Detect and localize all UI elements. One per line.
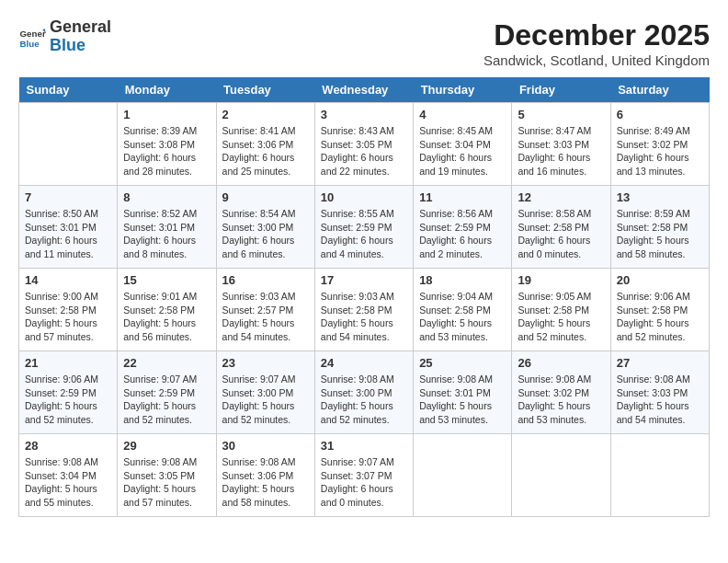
calendar-day-cell: [19, 103, 118, 186]
calendar-week-row: 14Sunrise: 9:00 AM Sunset: 2:58 PM Dayli…: [19, 269, 710, 351]
day-info: Sunrise: 9:08 AM Sunset: 3:03 PM Dayligh…: [617, 373, 703, 427]
day-number: 24: [321, 356, 407, 370]
calendar-day-cell: 7Sunrise: 8:50 AM Sunset: 3:01 PM Daylig…: [19, 186, 118, 269]
day-number: 4: [419, 108, 506, 121]
day-info: Sunrise: 9:03 AM Sunset: 2:58 PM Dayligh…: [321, 290, 407, 344]
calendar-week-row: 28Sunrise: 9:08 AM Sunset: 3:04 PM Dayli…: [19, 434, 710, 517]
logo-blue-text: Blue: [50, 37, 111, 55]
day-info: Sunrise: 9:08 AM Sunset: 3:04 PM Dayligh…: [25, 455, 111, 510]
weekday-header: Tuesday: [216, 77, 314, 103]
calendar-day-cell: 1Sunrise: 8:39 AM Sunset: 3:08 PM Daylig…: [118, 103, 216, 186]
calendar-day-cell: 19Sunrise: 9:05 AM Sunset: 2:58 PM Dayli…: [512, 269, 610, 351]
calendar-day-cell: 8Sunrise: 8:52 AM Sunset: 3:01 PM Daylig…: [118, 186, 216, 269]
day-info: Sunrise: 9:04 AM Sunset: 2:58 PM Dayligh…: [419, 290, 506, 344]
day-number: 15: [123, 273, 210, 287]
page-header: General Blue General Blue December 2025 …: [18, 18, 710, 68]
day-number: 8: [123, 190, 210, 204]
day-info: Sunrise: 9:08 AM Sunset: 3:00 PM Dayligh…: [321, 373, 407, 427]
calendar-header-row: SundayMondayTuesdayWednesdayThursdayFrid…: [19, 77, 710, 103]
day-info: Sunrise: 8:43 AM Sunset: 3:05 PM Dayligh…: [321, 124, 407, 178]
svg-text:General: General: [20, 29, 47, 39]
day-number: 23: [222, 356, 309, 370]
day-info: Sunrise: 9:08 AM Sunset: 3:06 PM Dayligh…: [222, 455, 309, 510]
day-number: 18: [419, 273, 506, 287]
calendar-day-cell: 18Sunrise: 9:04 AM Sunset: 2:58 PM Dayli…: [414, 269, 512, 351]
day-number: 25: [419, 356, 506, 370]
day-info: Sunrise: 9:07 AM Sunset: 3:00 PM Dayligh…: [222, 373, 309, 427]
day-number: 7: [25, 190, 111, 204]
day-info: Sunrise: 9:07 AM Sunset: 2:59 PM Dayligh…: [123, 373, 210, 427]
day-info: Sunrise: 9:00 AM Sunset: 2:58 PM Dayligh…: [25, 290, 111, 344]
day-number: 9: [222, 190, 309, 204]
calendar-day-cell: 5Sunrise: 8:47 AM Sunset: 3:03 PM Daylig…: [512, 103, 610, 186]
calendar-day-cell: 10Sunrise: 8:55 AM Sunset: 2:59 PM Dayli…: [314, 186, 413, 269]
day-number: 5: [518, 108, 604, 121]
day-number: 20: [617, 273, 703, 287]
day-number: 10: [321, 190, 407, 204]
day-info: Sunrise: 8:58 AM Sunset: 2:58 PM Dayligh…: [518, 207, 604, 261]
day-info: Sunrise: 8:39 AM Sunset: 3:08 PM Dayligh…: [123, 124, 210, 178]
day-info: Sunrise: 8:50 AM Sunset: 3:01 PM Dayligh…: [25, 207, 111, 261]
day-info: Sunrise: 8:45 AM Sunset: 3:04 PM Dayligh…: [419, 124, 506, 178]
day-info: Sunrise: 9:07 AM Sunset: 3:07 PM Dayligh…: [321, 455, 407, 510]
day-number: 13: [617, 190, 703, 204]
day-info: Sunrise: 8:54 AM Sunset: 3:00 PM Dayligh…: [222, 207, 309, 261]
weekday-header: Friday: [512, 77, 610, 103]
month-title: December 2025: [483, 18, 710, 52]
calendar-week-row: 7Sunrise: 8:50 AM Sunset: 3:01 PM Daylig…: [19, 186, 710, 269]
weekday-header: Sunday: [19, 77, 118, 103]
calendar-day-cell: 22Sunrise: 9:07 AM Sunset: 2:59 PM Dayli…: [118, 351, 216, 434]
day-info: Sunrise: 9:08 AM Sunset: 3:02 PM Dayligh…: [518, 373, 604, 427]
calendar-week-row: 21Sunrise: 9:06 AM Sunset: 2:59 PM Dayli…: [19, 351, 710, 434]
calendar-week-row: 1Sunrise: 8:39 AM Sunset: 3:08 PM Daylig…: [19, 103, 710, 186]
day-number: 31: [321, 439, 407, 453]
logo: General Blue General Blue: [18, 18, 111, 55]
day-number: 30: [222, 439, 309, 453]
calendar-day-cell: 29Sunrise: 9:08 AM Sunset: 3:05 PM Dayli…: [118, 434, 216, 517]
day-info: Sunrise: 8:56 AM Sunset: 2:59 PM Dayligh…: [419, 207, 506, 261]
day-info: Sunrise: 8:49 AM Sunset: 3:02 PM Dayligh…: [617, 124, 703, 178]
day-number: 17: [321, 273, 407, 287]
weekday-header: Wednesday: [314, 77, 413, 103]
day-number: 28: [25, 439, 111, 453]
day-info: Sunrise: 8:59 AM Sunset: 2:58 PM Dayligh…: [617, 207, 703, 261]
calendar-day-cell: [414, 434, 512, 517]
day-number: 19: [518, 273, 604, 287]
day-info: Sunrise: 9:03 AM Sunset: 2:57 PM Dayligh…: [222, 290, 309, 344]
day-number: 12: [518, 190, 604, 204]
day-info: Sunrise: 8:55 AM Sunset: 2:59 PM Dayligh…: [321, 207, 407, 261]
location: Sandwick, Scotland, United Kingdom: [483, 52, 710, 68]
day-number: 14: [25, 273, 111, 287]
day-number: 16: [222, 273, 309, 287]
calendar-day-cell: 2Sunrise: 8:41 AM Sunset: 3:06 PM Daylig…: [216, 103, 314, 186]
calendar-day-cell: 3Sunrise: 8:43 AM Sunset: 3:05 PM Daylig…: [314, 103, 413, 186]
calendar-table: SundayMondayTuesdayWednesdayThursdayFrid…: [18, 77, 710, 517]
day-info: Sunrise: 8:47 AM Sunset: 3:03 PM Dayligh…: [518, 124, 604, 178]
calendar-day-cell: [610, 434, 709, 517]
day-number: 29: [123, 439, 210, 453]
day-number: 21: [25, 356, 111, 370]
calendar-day-cell: 20Sunrise: 9:06 AM Sunset: 2:58 PM Dayli…: [610, 269, 709, 351]
day-number: 22: [123, 356, 210, 370]
day-info: Sunrise: 8:41 AM Sunset: 3:06 PM Dayligh…: [222, 124, 309, 178]
weekday-header: Monday: [118, 77, 216, 103]
day-number: 11: [419, 190, 506, 204]
day-info: Sunrise: 9:06 AM Sunset: 2:58 PM Dayligh…: [617, 290, 703, 344]
calendar-day-cell: 31Sunrise: 9:07 AM Sunset: 3:07 PM Dayli…: [314, 434, 413, 517]
calendar-day-cell: 24Sunrise: 9:08 AM Sunset: 3:00 PM Dayli…: [314, 351, 413, 434]
day-number: 6: [617, 108, 703, 121]
calendar-day-cell: 9Sunrise: 8:54 AM Sunset: 3:00 PM Daylig…: [216, 186, 314, 269]
day-info: Sunrise: 9:06 AM Sunset: 2:59 PM Dayligh…: [25, 373, 111, 427]
calendar-day-cell: 28Sunrise: 9:08 AM Sunset: 3:04 PM Dayli…: [19, 434, 118, 517]
weekday-header: Thursday: [414, 77, 512, 103]
calendar-day-cell: 4Sunrise: 8:45 AM Sunset: 3:04 PM Daylig…: [414, 103, 512, 186]
logo-icon: General Blue: [18, 23, 46, 51]
day-info: Sunrise: 8:52 AM Sunset: 3:01 PM Dayligh…: [123, 207, 210, 261]
day-info: Sunrise: 9:05 AM Sunset: 2:58 PM Dayligh…: [518, 290, 604, 344]
calendar-day-cell: 15Sunrise: 9:01 AM Sunset: 2:58 PM Dayli…: [118, 269, 216, 351]
day-info: Sunrise: 9:08 AM Sunset: 3:01 PM Dayligh…: [419, 373, 506, 427]
calendar-day-cell: 26Sunrise: 9:08 AM Sunset: 3:02 PM Dayli…: [512, 351, 610, 434]
calendar-day-cell: [512, 434, 610, 517]
day-info: Sunrise: 9:08 AM Sunset: 3:05 PM Dayligh…: [123, 455, 210, 510]
calendar-day-cell: 30Sunrise: 9:08 AM Sunset: 3:06 PM Dayli…: [216, 434, 314, 517]
